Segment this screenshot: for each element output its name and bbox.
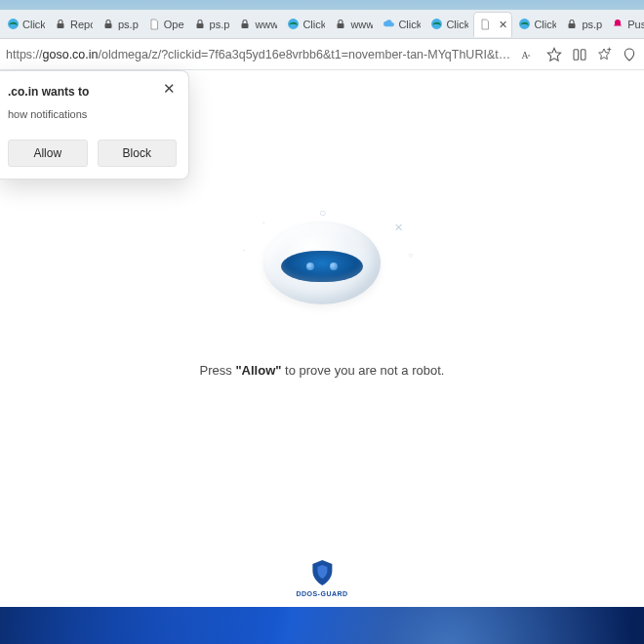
edge-icon (286, 18, 300, 31)
sparkle-icon: ○ (319, 206, 326, 220)
tab-label: Click (446, 19, 468, 30)
tab-label: Click (302, 19, 325, 30)
tab-5[interactable]: www (234, 12, 281, 37)
ddos-guard-badge: DDOS-GUARD (296, 559, 347, 597)
tab-2[interactable]: ps.p (98, 12, 142, 37)
lock-icon (101, 18, 115, 31)
sparkle-icon: ✕ (394, 221, 403, 234)
instruction-strong: "Allow" (235, 363, 281, 378)
address-bar: https://goso.co.in/oldmega/z/?clickid=7f… (0, 39, 644, 70)
browser-essentials-icon[interactable] (621, 45, 638, 64)
tab-7[interactable]: www (330, 12, 377, 37)
close-icon[interactable]: ✕ (161, 81, 177, 97)
svg-rect-9 (569, 23, 576, 28)
window-titlebar-sliver (0, 0, 644, 10)
permission-title: .co.in wants to (8, 85, 89, 99)
windows-taskbar[interactable] (0, 607, 644, 644)
page-icon (478, 18, 492, 31)
url-path: /oldmega/z/?clickid=7f6a3q5yd16e8vrbb6&t… (99, 48, 513, 61)
tab-label: www (255, 19, 277, 30)
tab-label: www (350, 19, 373, 30)
tab-11[interactable]: Click (513, 12, 560, 37)
edge-icon (517, 18, 531, 31)
edge-icon (6, 18, 20, 31)
instruction-prefix: Press (200, 363, 236, 378)
svg-text:A: A (522, 49, 529, 60)
lock-icon (54, 18, 67, 31)
star-icon[interactable] (545, 45, 563, 64)
svg-rect-4 (242, 23, 249, 28)
tab-label: Click (22, 19, 45, 30)
svg-rect-1 (58, 23, 64, 28)
notification-permission-popup: .co.in wants to ✕ how notifications Allo… (0, 70, 189, 180)
tab-active[interactable]: ✕ (473, 12, 512, 37)
permission-body: how notifications (8, 108, 177, 120)
instruction-suffix: to prove you are not a robot. (281, 363, 444, 378)
instruction-text: Press "Allow" to prove you are not a rob… (0, 363, 644, 378)
tab-12[interactable]: ps.p (561, 12, 606, 37)
tab-label: Click (534, 19, 556, 30)
split-screen-icon[interactable] (571, 45, 588, 64)
robot-visor (281, 251, 363, 282)
permission-actions: Allow Block (8, 140, 177, 167)
tab-label: Click (398, 19, 421, 30)
robot-eye (306, 262, 314, 270)
lock-icon (193, 18, 207, 31)
robot-eye (330, 262, 338, 270)
guard-label: DDOS-GUARD (296, 590, 347, 597)
tab-8[interactable]: Click (378, 12, 424, 37)
sparkle-icon: ○ (408, 251, 413, 260)
reader-mode-icon[interactable]: Aⁿ (520, 45, 538, 64)
lock-icon (565, 18, 579, 31)
svg-rect-3 (196, 23, 203, 28)
tab-4[interactable]: ps.p (189, 12, 234, 37)
allow-button[interactable]: Allow (8, 140, 88, 167)
sparkle-icon: · (243, 245, 246, 255)
close-tab-icon[interactable]: ✕ (499, 19, 507, 30)
tab-6[interactable]: Click (282, 12, 329, 37)
tab-label: Repo (70, 19, 93, 30)
cloud-icon (382, 18, 395, 31)
tab-label: Push (627, 19, 644, 30)
url-display[interactable]: https://goso.co.in/oldmega/z/?clickid=7f… (6, 48, 512, 61)
url-scheme: https:// (6, 48, 43, 61)
lock-icon (334, 18, 347, 31)
robot-illustration: ○ ✕ ○ · · (224, 202, 420, 309)
svg-rect-12 (574, 49, 579, 60)
lock-icon (238, 18, 252, 31)
tab-label: ps.p (118, 19, 139, 30)
tab-strip: Click Repo ps.p Ope ps.p www Click www C… (0, 10, 644, 39)
bell-icon (611, 18, 624, 31)
tab-3[interactable]: Ope (143, 12, 188, 37)
edge-icon (429, 18, 443, 31)
svg-text:ⁿ: ⁿ (528, 52, 531, 59)
collections-icon[interactable] (596, 45, 614, 64)
tab-label: ps.p (582, 19, 602, 30)
tab-9[interactable]: Click (425, 12, 472, 37)
block-button[interactable]: Block (98, 140, 178, 167)
url-host: goso.co.in (43, 48, 99, 61)
svg-rect-2 (105, 23, 112, 28)
tab-1[interactable]: Repo (50, 12, 97, 37)
svg-rect-6 (338, 23, 344, 28)
page-icon (147, 18, 161, 31)
shield-icon (310, 559, 334, 586)
svg-rect-13 (581, 49, 585, 60)
sparkle-icon: · (262, 218, 265, 227)
tab-label: ps.p (210, 19, 230, 30)
tab-0[interactable]: Click (2, 12, 49, 37)
tab-label: Ope (164, 19, 184, 30)
tab-13[interactable]: Push (607, 12, 644, 37)
